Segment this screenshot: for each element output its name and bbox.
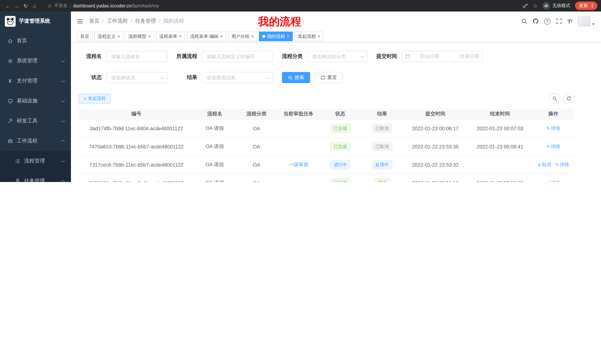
start-process-button[interactable]: + 发起流程 [79, 94, 110, 103]
result-tag: 已取消 [372, 124, 392, 133]
process-name-input[interactable] [106, 51, 168, 62]
update-button[interactable]: 更新 ⋮ [575, 1, 597, 10]
col-result: 结果 [361, 109, 403, 119]
breadcrumb: 首页 / 工作流程 / 任务管理 / 我的流程 [89, 18, 184, 25]
sidebar-item-devtools[interactable]: 研发工具 [0, 111, 71, 131]
chevron-up-icon [61, 140, 65, 144]
breadcrumb-task-management[interactable]: 任务管理 [135, 18, 156, 25]
close-icon[interactable]: × [318, 34, 320, 38]
refresh-button[interactable] [563, 93, 574, 104]
col-end-time: 结束时间 [468, 109, 532, 119]
list-icon [14, 158, 20, 164]
app-logo-row[interactable]: 芋道管理系统 [0, 11, 71, 31]
current-task-link[interactable]: 一级审批 [289, 162, 309, 167]
detail-link[interactable]: ✎详情 [547, 180, 560, 182]
end-date-placeholder[interactable]: 结束日期 [460, 53, 479, 60]
detail-link[interactable]: ✎详情 [555, 162, 569, 167]
start-date-placeholder[interactable]: 开始日期 [420, 53, 439, 60]
sidebar-item-payment[interactable]: ¥ 支付管理 [0, 71, 71, 91]
tab-process-model[interactable]: 流程模型× [125, 31, 154, 41]
close-icon[interactable]: × [251, 34, 254, 38]
category-select[interactable] [307, 51, 367, 62]
process-def-label: 所属流程 [176, 53, 197, 60]
sidebar-item-workflow[interactable]: 工作流程 [0, 131, 71, 151]
status-select[interactable] [106, 72, 168, 83]
kebab-menu-icon[interactable]: ⋮ [590, 3, 595, 9]
cell-process-name: OA 请假 [194, 174, 235, 182]
tab-start-process[interactable]: 发起流程× [295, 31, 323, 41]
update-label: 更新 [579, 3, 588, 9]
user-menu[interactable]: ▼ [578, 16, 595, 26]
sidebar-item-label: 研发工具 [17, 118, 38, 124]
table-header-row: 编号 流程名 流程分类 当前审批任务 状态 结果 提交时间 结束时间 操作 [79, 109, 574, 119]
tab-home[interactable]: 首页 [77, 31, 92, 41]
process-def-field[interactable] [206, 53, 269, 59]
chevron-down-icon [61, 159, 65, 163]
detail-link[interactable]: ✎详情 [547, 144, 560, 149]
sidebar-item-task-management[interactable]: 任务管理 [0, 171, 71, 182]
sidebar-item-system[interactable]: 系统管理 [0, 51, 71, 71]
result-field[interactable] [206, 74, 264, 81]
url-domain: dashboard.yudao.iocoder.cn [73, 3, 131, 8]
security-label[interactable]: 不安全 [54, 3, 68, 9]
edit-icon: ✎ [555, 162, 559, 167]
result-select[interactable] [202, 72, 273, 83]
cell-actions: ✎详情 [532, 174, 574, 182]
breadcrumb-home[interactable]: 首页 [89, 18, 100, 25]
detail-link[interactable]: ✎详情 [547, 126, 560, 131]
cell-submit-time: 2022-01-23 00:06:17 [403, 119, 468, 137]
tab-process-form[interactable]: 流程表单× [156, 31, 185, 41]
process-def-input[interactable] [202, 51, 273, 62]
reset-button[interactable]: 重置 [315, 72, 343, 83]
tab-process-form-edit[interactable]: 流程表单-编辑× [187, 31, 226, 41]
submit-time-range-picker[interactable]: 开始日期 - 结束日期 [401, 51, 482, 62]
cell-current-task [278, 174, 320, 182]
sidebar-item-infrastructure[interactable]: 基础设施 [0, 91, 71, 111]
sidebar-item-process-management[interactable]: 流程管理 [0, 151, 71, 171]
tab-user-group[interactable]: 用户分组× [228, 31, 257, 41]
forward-icon[interactable]: → [13, 3, 21, 9]
status-field[interactable] [110, 74, 158, 81]
tags-view-bar: 首页 流程定义× 流程模型× 流程表单× 流程表单-编辑× 用户分组× 我的流程… [71, 31, 601, 42]
search-button[interactable]: 搜索 [282, 72, 310, 83]
close-icon[interactable]: × [179, 34, 182, 38]
close-icon[interactable]: × [148, 34, 151, 38]
caret-down-icon: ▼ [592, 22, 595, 26]
github-icon[interactable] [533, 18, 539, 24]
sidebar-item-home[interactable]: 首页 [0, 31, 71, 51]
key-icon[interactable] [522, 3, 528, 9]
fullscreen-icon[interactable] [556, 18, 562, 24]
font-size-icon[interactable]: TT [568, 18, 573, 24]
help-icon[interactable]: ? [544, 18, 551, 24]
back-icon[interactable]: ← [4, 3, 12, 9]
reload-icon[interactable]: ↻ [21, 3, 30, 9]
close-icon[interactable]: × [117, 34, 120, 38]
table-toolbar: + 发起流程 [79, 93, 574, 104]
address-bar[interactable]: ⚠ 不安全 dashboard.yudao.iocoder.cn/bpm/tas… [44, 1, 517, 10]
cell-status: 已完成 [320, 137, 361, 156]
cell-category: OA [235, 119, 278, 137]
breadcrumb-workflow[interactable]: 工作流程 [107, 18, 128, 25]
incognito-icon [542, 2, 550, 10]
browser-toolbar: ← → ↻ ⌂ ⚠ 不安全 dashboard.yudao.iocoder.cn… [0, 0, 601, 11]
app-title: 芋道管理系统 [19, 18, 50, 25]
hamburger-icon[interactable] [77, 18, 83, 24]
category-field[interactable] [311, 53, 358, 59]
cancel-link[interactable]: ⊘取消 [538, 162, 551, 167]
cell-actions: ✎详情 [532, 137, 574, 156]
close-icon[interactable]: × [220, 34, 223, 38]
filter-row-1: 流程名 所属流程 流程分类 提交时间 [79, 51, 601, 62]
tab-process-definition[interactable]: 流程定义× [94, 31, 123, 41]
tab-my-process[interactable]: 我的流程× [259, 31, 293, 41]
chevron-up-icon [61, 180, 65, 182]
bookmark-star-icon[interactable]: ☆ [533, 3, 538, 9]
yen-icon: ¥ [7, 78, 13, 84]
show-search-button[interactable] [549, 93, 560, 104]
avatar[interactable] [578, 16, 590, 26]
search-icon[interactable] [521, 18, 527, 24]
sitemap-icon [14, 178, 20, 182]
url-text[interactable]: dashboard.yudao.iocoder.cn/bpm/task/my [73, 3, 159, 8]
process-name-field[interactable] [110, 53, 163, 59]
close-icon[interactable]: × [287, 34, 289, 38]
browser-home-icon[interactable]: ⌂ [30, 3, 39, 9]
